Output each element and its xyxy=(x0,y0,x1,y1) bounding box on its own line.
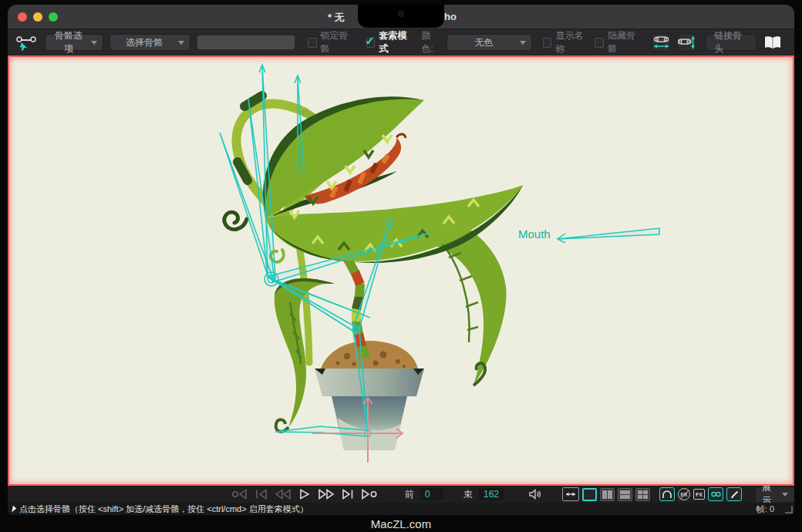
show-names-label: 显示名称 xyxy=(555,29,588,56)
quad-view-button[interactable] xyxy=(635,488,650,501)
fx-label: FX xyxy=(696,492,703,497)
split-horizontal-view-button[interactable] xyxy=(618,488,632,501)
chevron-down-icon xyxy=(782,493,788,497)
loop-play-button[interactable] xyxy=(359,487,379,501)
select-bone-tool-icon[interactable] xyxy=(15,33,39,52)
bone-options-label: 骨骼选项 xyxy=(51,29,86,56)
select-bone-label: 选择骨骼 xyxy=(116,36,174,49)
play-button[interactable] xyxy=(295,487,314,501)
chevron-down-icon xyxy=(91,41,97,45)
step-end-button[interactable] xyxy=(338,487,357,501)
watermark: MacZL.com xyxy=(0,517,802,530)
window-title-suffix: ho xyxy=(444,11,457,22)
color-label: 颜色: xyxy=(421,29,440,56)
frame-indicator-value: 0 xyxy=(770,504,774,513)
rewind-button[interactable] xyxy=(273,487,292,501)
minimize-window-button[interactable] xyxy=(33,12,42,22)
single-view-button[interactable] xyxy=(582,488,597,501)
fx-icon[interactable]: FX xyxy=(693,489,705,500)
current-frame-input[interactable]: 0 xyxy=(420,488,443,500)
display-mode-dropdown[interactable]: 展示 xyxy=(756,487,794,502)
zoom-window-button[interactable] xyxy=(49,12,58,22)
lasso-mode-checkbox[interactable]: ✓ 套索模式 xyxy=(366,29,413,56)
fast-forward-button[interactable] xyxy=(316,487,335,501)
stretch-bone-vertical-icon[interactable] xyxy=(677,33,696,52)
checkbox-icon xyxy=(595,38,604,48)
current-frame-value: 0 xyxy=(425,489,430,500)
mouse-cursor-icon xyxy=(12,505,17,513)
timeline-controls: 当前帧 0 结束帧 162 xyxy=(8,486,794,503)
chevron-down-icon xyxy=(178,41,184,45)
bone-options-dropdown[interactable]: 骨骼选项 xyxy=(45,34,103,51)
checkbox-icon xyxy=(543,38,552,48)
checkbox-icon: ✓ xyxy=(366,38,376,48)
lock-bones-label: 锁定骨骼 xyxy=(321,29,354,56)
chevron-down-icon xyxy=(520,41,526,45)
onion-skin-icon[interactable] xyxy=(659,487,675,501)
laptop-bezel: * 无 ho 骨骼选项 选择骨骼 xyxy=(0,0,802,532)
end-frame-value: 162 xyxy=(484,489,499,500)
camera-icon xyxy=(398,11,404,17)
resize-grip[interactable] xyxy=(785,506,793,513)
brush-icon[interactable] xyxy=(726,487,742,501)
fx-label: FX xyxy=(681,492,688,497)
link-bone-label: 链接骨头 xyxy=(714,29,748,56)
manual-book-icon[interactable] xyxy=(763,33,783,52)
window-title-prefix: * 无 xyxy=(328,11,345,25)
playback-buttons xyxy=(230,487,379,501)
stretch-bone-horizontal-icon[interactable] xyxy=(652,33,671,52)
checkmark-icon: ✓ xyxy=(366,34,376,48)
close-window-button[interactable] xyxy=(18,12,27,22)
status-hint: 点击选择骨骼（按住 <shift> 加选/减选骨骼，按住 <ctrl/cmd> … xyxy=(19,503,308,515)
bone-color-dropdown[interactable]: 无色 xyxy=(446,34,531,51)
animation-canvas[interactable]: Mouth xyxy=(8,56,794,486)
step-back-button[interactable] xyxy=(251,487,271,501)
lock-bones-checkbox[interactable]: 锁定骨骼 xyxy=(308,29,354,56)
frame-indicator: 帧: 0 xyxy=(757,503,774,515)
camera-notch xyxy=(358,5,444,28)
mouth-bone-label[interactable]: Mouth xyxy=(518,227,551,241)
bone-name-input[interactable] xyxy=(197,35,295,50)
mask-icon[interactable] xyxy=(708,487,723,501)
fit-width-icon[interactable] xyxy=(562,487,579,501)
select-bone-dropdown[interactable]: 选择骨骼 xyxy=(110,34,190,51)
split-vertical-view-button[interactable] xyxy=(600,488,615,501)
show-names-checkbox[interactable]: 显示名称 xyxy=(543,29,589,56)
titlebar: * 无 ho xyxy=(8,5,794,29)
plant-illustration xyxy=(8,56,794,486)
frame-indicator-label: 帧: xyxy=(757,504,767,513)
end-frame-input[interactable]: 162 xyxy=(479,488,504,500)
bone-toolbar: 骨骼选项 选择骨骼 锁定骨骼 ✓ 套索模式 颜色: 无色 xyxy=(8,29,794,56)
view-options: FX FX xyxy=(562,487,742,501)
app-window: * 无 ho 骨骼选项 选择骨骼 xyxy=(8,5,794,515)
speaker-icon[interactable] xyxy=(528,489,542,500)
jump-start-button[interactable] xyxy=(230,487,249,501)
bone-color-value: 无色 xyxy=(453,36,514,49)
hide-bones-checkbox[interactable]: 隐藏骨骼 xyxy=(595,29,641,56)
lasso-mode-label: 套索模式 xyxy=(379,29,412,56)
hide-bones-label: 隐藏骨骼 xyxy=(608,29,641,56)
link-bone-button[interactable]: 链接骨头 xyxy=(706,34,757,51)
traffic-lights xyxy=(18,12,58,22)
status-bar: 点击选择骨骼（按住 <shift> 加选/减选骨骼，按住 <ctrl/cmd> … xyxy=(8,503,794,515)
checkbox-icon xyxy=(308,38,317,48)
fx-preview-off-icon[interactable]: FX xyxy=(678,488,690,500)
